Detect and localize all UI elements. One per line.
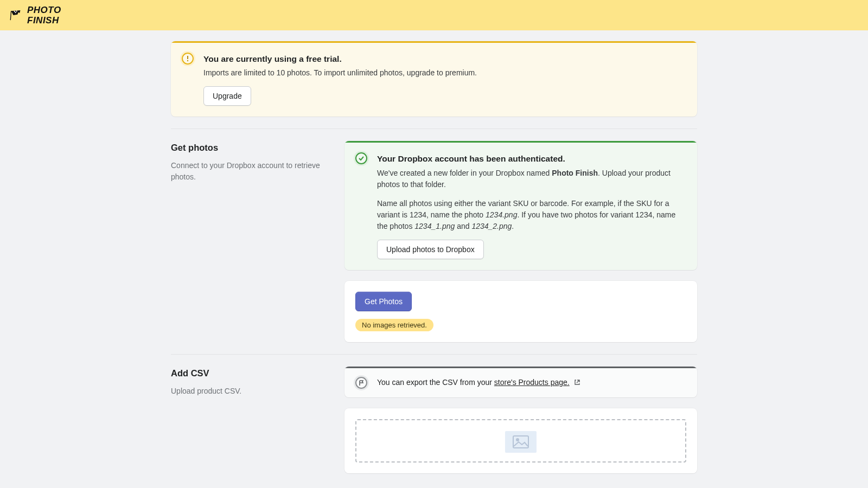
get-photos-button[interactable]: Get Photos: [355, 292, 412, 311]
add-csv-subheading: Upload product CSV.: [171, 386, 328, 397]
trial-banner-title: You are currently using a free trial.: [203, 53, 686, 65]
svg-rect-0: [14, 11, 15, 12]
dropbox-auth-p2: Name all photos using either the variant…: [377, 198, 686, 232]
svg-rect-4: [187, 60, 188, 61]
add-csv-heading: Add CSV: [171, 367, 328, 380]
alert-icon: [182, 53, 194, 65]
trial-banner-text: Imports are limited to 10 photos. To imp…: [203, 67, 686, 79]
svg-point-6: [516, 438, 519, 441]
get-photos-section: Get photos Connect to your Dropbox accou…: [171, 129, 697, 342]
svg-rect-2: [15, 12, 16, 13]
flag-icon: [10, 8, 24, 22]
check-circle-icon: [355, 152, 367, 164]
svg-rect-5: [513, 436, 528, 448]
get-photos-heading: Get photos: [171, 141, 328, 155]
dropbox-auth-banner: Your Dropbox account has been authentica…: [344, 141, 697, 269]
csv-info-text: You can export the CSV from your store's…: [377, 377, 686, 389]
svg-rect-3: [187, 56, 188, 59]
csv-upload-card: [344, 408, 697, 473]
get-photos-subheading: Connect to your Dropbox account to retri…: [171, 160, 328, 183]
csv-dropzone[interactable]: [355, 419, 686, 463]
products-page-link[interactable]: store's Products page.: [494, 378, 570, 387]
image-placeholder-icon: [505, 431, 537, 453]
csv-info-banner: You can export the CSV from your store's…: [344, 367, 697, 397]
topbar: PHOTO FINISH: [0, 0, 868, 30]
trial-banner: You are currently using a free trial. Im…: [171, 41, 697, 117]
brand-line2: FINISH: [27, 14, 61, 28]
dropbox-auth-p1: We've created a new folder in your Dropb…: [377, 168, 686, 190]
brand-logo: PHOTO FINISH: [10, 3, 61, 28]
flag-circle-icon: [355, 377, 367, 389]
dropbox-auth-title: Your Dropbox account has been authentica…: [377, 152, 686, 165]
page-content: You are currently using a free trial. Im…: [171, 30, 697, 488]
svg-rect-1: [16, 11, 17, 12]
get-photos-card: Get Photos No images retrieved.: [344, 281, 697, 343]
upload-dropbox-button[interactable]: Upload photos to Dropbox: [377, 240, 484, 259]
upgrade-button[interactable]: Upgrade: [203, 86, 251, 106]
external-link-icon: [574, 377, 580, 389]
images-status-badge: No images retrieved.: [355, 319, 433, 332]
add-csv-section: Add CSV Upload product CSV. You can expo…: [171, 354, 697, 473]
